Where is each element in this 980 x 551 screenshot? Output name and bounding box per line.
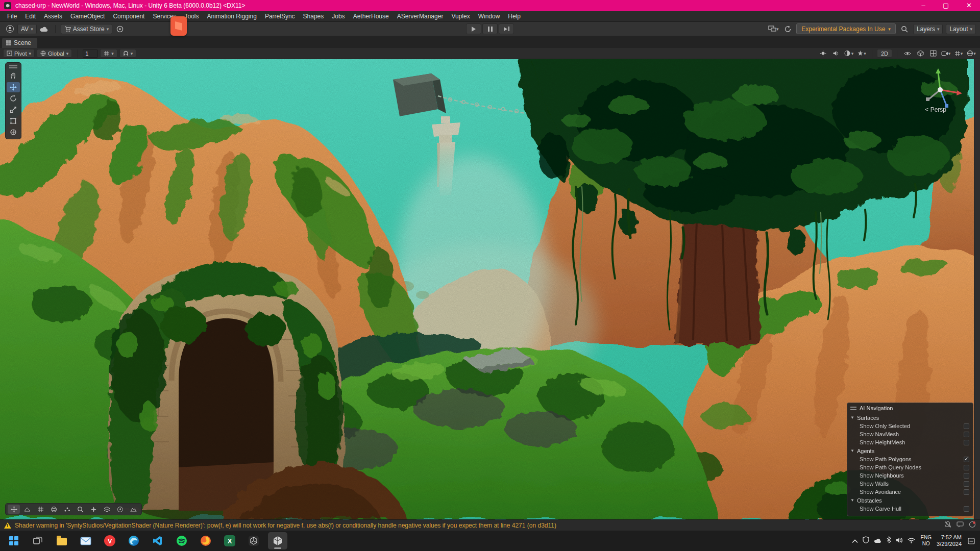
menu-assets[interactable]: Assets (40, 11, 66, 22)
tray-shield-icon[interactable] (863, 536, 869, 545)
global-dropdown[interactable]: Global▾ (37, 49, 72, 58)
collapsed-panel-strip[interactable] (974, 59, 980, 519)
shading-mode-icon[interactable] (915, 49, 926, 58)
menu-shapes[interactable]: Shapes (299, 11, 328, 22)
menu-animation-rigging[interactable]: Animation Rigging (203, 11, 260, 22)
tray-expand-chevron[interactable] (852, 536, 858, 545)
checkbox[interactable] (964, 432, 969, 437)
checkbox[interactable] (964, 481, 969, 487)
start-button[interactable] (4, 532, 23, 549)
file-explorer-icon[interactable] (52, 532, 71, 549)
overlay-drag-handle[interactable] (9, 65, 17, 68)
toggle-show-avoidance[interactable]: Show Avoidance (847, 488, 973, 496)
scene-audio-icon[interactable] (830, 49, 842, 58)
tray-onedrive-icon[interactable] (874, 536, 882, 545)
menu-file[interactable]: File (3, 11, 21, 22)
camera-dropdown[interactable]: ▾ (940, 49, 951, 58)
section-surfaces[interactable]: ▼ Surfaces (847, 413, 973, 422)
undo-history-icon[interactable] (782, 24, 793, 34)
move-tool[interactable] (7, 82, 20, 92)
clock[interactable]: 7:52 AM 3/29/2024 (937, 534, 962, 547)
console-activity-icon[interactable] (969, 521, 976, 530)
snap-grid-icon[interactable] (34, 505, 46, 514)
gizmo-perspective-label[interactable]: < Persp (925, 106, 946, 113)
foldout-arrow-icon[interactable]: ▼ (850, 448, 854, 453)
edge-browser-icon[interactable] (124, 532, 143, 549)
menu-component[interactable]: Component (109, 11, 149, 22)
mail-app-icon[interactable] (76, 532, 95, 549)
pivot-dropdown[interactable]: Pivot▾ (3, 49, 35, 58)
move-overlay-icon[interactable] (87, 505, 100, 514)
checkbox[interactable] (964, 440, 969, 445)
transform-tool[interactable] (7, 127, 20, 137)
foldout-arrow-icon[interactable]: ▼ (850, 498, 854, 503)
sphere-view-icon[interactable] (47, 505, 60, 514)
menu-help[interactable]: Help (504, 11, 525, 22)
toggle-show-navmesh[interactable]: Show NavMesh (847, 430, 973, 438)
checkbox[interactable] (964, 473, 969, 479)
toggle-show-heightmesh[interactable]: Show HeightMesh (847, 438, 973, 446)
menu-window[interactable]: Window (474, 11, 504, 22)
search-icon[interactable] (899, 24, 910, 34)
asset-store-button[interactable]: Asset Store▾ (61, 24, 113, 34)
section-obstacles[interactable]: ▼ Obstacles (847, 496, 973, 505)
excel-icon[interactable]: X (220, 532, 239, 549)
zoom-icon[interactable] (74, 505, 86, 514)
visibility-icon[interactable] (902, 49, 913, 58)
console-warning-text[interactable]: Shader warning in 'SyntyStudios/Vegitati… (15, 522, 556, 529)
status-bar[interactable]: Shader warning in 'SyntyStudios/Vegitati… (0, 519, 980, 531)
close-button[interactable]: ✕ (966, 0, 972, 11)
experimental-packages-button[interactable]: Experimental Packages In Use▾ (796, 23, 896, 34)
toggle-show-path-query-nodes[interactable]: Show Path Query Nodes (847, 463, 973, 471)
view-hand-tool[interactable] (7, 71, 20, 81)
cloud-icon[interactable] (39, 24, 50, 34)
rect-tool[interactable] (7, 116, 20, 126)
foldout-arrow-icon[interactable]: ▼ (850, 415, 854, 420)
checkbox[interactable] (964, 423, 969, 429)
spotify-icon[interactable] (172, 532, 191, 549)
toggle-show-neighbours[interactable]: Show Neighbours (847, 471, 973, 480)
checkbox[interactable] (964, 489, 969, 495)
grid-snap-dropdown[interactable]: ▾ (100, 49, 117, 58)
unity-editor-icon[interactable] (268, 532, 287, 549)
account-icon[interactable] (4, 24, 15, 34)
menu-vuplex[interactable]: Vuplex (447, 11, 474, 22)
toggle-show-walls[interactable]: Show Walls (847, 480, 973, 488)
menu-edit[interactable]: Edit (21, 11, 40, 22)
play-button[interactable] (466, 23, 481, 34)
language-indicator[interactable]: ENGNO (920, 535, 932, 547)
scene-viewport[interactable]: < Persp AI Navigation ▼ Surfaces Show On… (0, 59, 980, 519)
rotate-tool[interactable] (7, 93, 20, 104)
menu-gameobject[interactable]: GameObject (66, 11, 109, 22)
menu-aservermanager[interactable]: AServerManager (393, 11, 448, 22)
menu-parrelsync[interactable]: ParrelSync (261, 11, 299, 22)
terrain-overlay-icon[interactable] (127, 505, 139, 514)
scene-effects-dropdown[interactable]: ▾ (856, 49, 867, 58)
toggle-show-only-selected[interactable]: Show Only Selected (847, 422, 973, 430)
tab-scene[interactable]: Scene (2, 38, 37, 48)
panel-drag-handle[interactable] (850, 407, 856, 410)
grid-visibility-dropdown[interactable]: ▾ (953, 49, 964, 58)
scene-globe-dropdown[interactable]: ▾ (966, 49, 977, 58)
record-target-icon[interactable] (114, 24, 126, 34)
vscode-icon[interactable] (148, 532, 167, 549)
console-messages-icon[interactable] (957, 521, 964, 529)
pan-mode-icon[interactable] (8, 505, 20, 514)
tools-plugin-icon[interactable] (170, 16, 187, 36)
toggle-show-path-polygons[interactable]: Show Path Polygons (847, 455, 973, 463)
task-view-button[interactable] (28, 532, 47, 549)
layout-dropdown[interactable]: Layout▾ (946, 24, 976, 34)
scale-tool[interactable] (7, 105, 20, 115)
section-agents[interactable]: ▼ Agents (847, 446, 973, 455)
toggle-2d-button[interactable]: 2D (877, 49, 892, 58)
step-button[interactable] (499, 23, 514, 34)
vivaldi-browser-icon[interactable]: V (100, 532, 119, 549)
scene-lighting-icon[interactable] (818, 49, 829, 58)
account-dropdown[interactable]: AV▾ (17, 24, 37, 34)
toggle-show-carve-hull[interactable]: Show Carve Hull (847, 505, 973, 513)
menu-jobs[interactable]: Jobs (328, 11, 349, 22)
multiplay-displays-icon[interactable]: ▾ (768, 24, 779, 34)
checkbox[interactable] (964, 457, 969, 462)
compass-icon[interactable] (114, 505, 126, 514)
grid-plane-icon[interactable] (21, 505, 33, 514)
